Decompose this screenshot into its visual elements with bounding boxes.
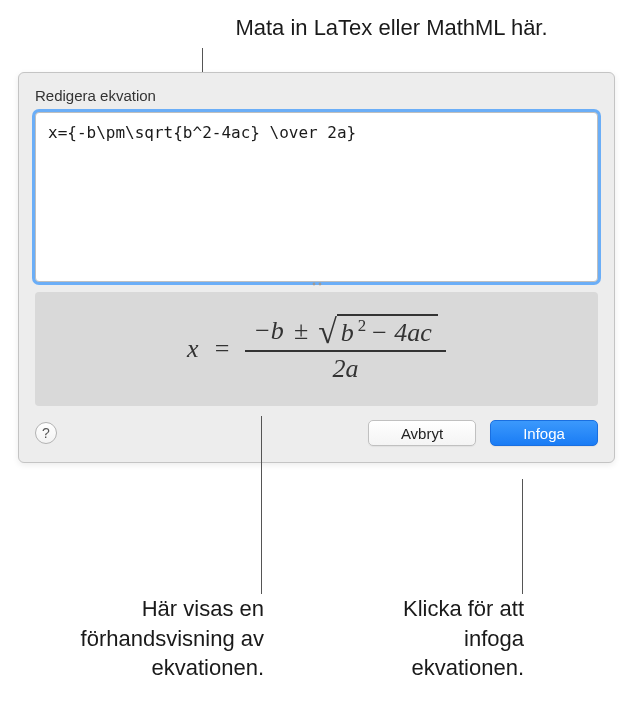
equation-editor-input[interactable]: x={-b\pm\sqrt{b^2-4ac} \over 2a} [35, 112, 598, 282]
sqrt-b: b [341, 318, 354, 348]
equation-fraction: −b ± √ b2 − 4ac 2a [245, 312, 446, 386]
sqrt-expression: √ b2 − 4ac [318, 314, 438, 348]
equation-dialog: Redigera ekvation x={-b\pm\sqrt{b^2-4ac}… [18, 72, 615, 463]
equation-preview-panel: x = −b ± √ b2 − 4ac 2a [35, 292, 598, 406]
equation-lhs: x [187, 334, 199, 364]
cancel-button[interactable]: Avbryt [368, 420, 476, 446]
rendered-equation: x = −b ± √ b2 − 4ac 2a [187, 312, 446, 386]
callout-input-hint-text: Mata in LaTex eller MathML här. [235, 15, 547, 40]
fraction-denominator: 2a [325, 352, 367, 386]
callout-insert-hint: Klicka för att infoga ekvationen. [402, 594, 524, 683]
dialog-button-row: ? Avbryt Infoga [19, 406, 614, 446]
svg-point-0 [312, 283, 315, 286]
help-button[interactable]: ? [35, 422, 57, 444]
svg-point-1 [318, 283, 321, 286]
sqrt-exponent: 2 [358, 316, 366, 336]
equation-editor-text: x={-b\pm\sqrt{b^2-4ac} \over 2a} [48, 123, 356, 142]
button-group: Avbryt Infoga [368, 420, 598, 446]
fraction-numerator: −b ± √ b2 − 4ac [245, 312, 446, 350]
callout-line-preview [261, 416, 262, 594]
callout-line-insert [522, 479, 523, 594]
sqrt-body: b2 − 4ac [337, 314, 438, 348]
insert-button[interactable]: Infoga [490, 420, 598, 446]
numerator-minus-b: −b [253, 316, 284, 346]
callout-input-hint: Mata in LaTex eller MathML här. [150, 0, 633, 41]
callout-preview-hint: Här visas en förhandsvisning av ekvation… [42, 594, 264, 683]
resize-handle[interactable] [311, 280, 323, 288]
dialog-title: Redigera ekvation [19, 73, 614, 112]
sqrt-minus-4ac: − 4ac [370, 318, 432, 348]
equation-equals: = [211, 334, 234, 364]
help-icon: ? [42, 425, 50, 441]
plus-minus-sign: ± [290, 316, 312, 346]
sqrt-symbol: √ [318, 315, 337, 349]
